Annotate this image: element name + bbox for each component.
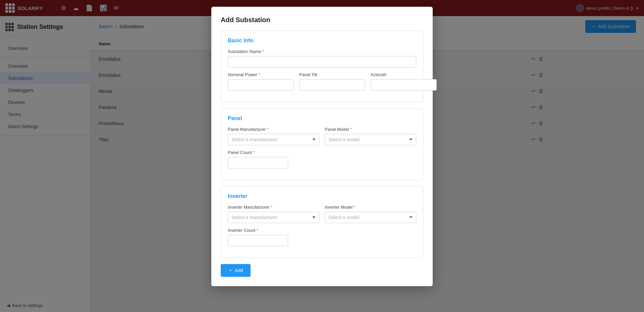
panel-tilt-label: Panel Tilt — [299, 72, 365, 77]
basic-info-section: Basic Info Substation Name * Nominal Pow… — [221, 31, 423, 102]
panel-manufacturer-label: Panel Manufacturer * — [228, 127, 319, 132]
inverter-manufacturer-group: Inverter Manufacturer * Select a manufac… — [228, 205, 319, 223]
panel-section: Panel Panel Manufacturer * Select a manu… — [221, 108, 423, 180]
azimuth-label: Azimuth — [371, 72, 437, 77]
panel-tilt-input[interactable] — [299, 79, 365, 91]
nominal-power-input[interactable] — [228, 79, 294, 91]
nominal-power-label: Nominal Power * — [228, 72, 294, 77]
panel-model-select[interactable]: Select a model — [325, 134, 416, 145]
panel-model-group: Panel Model * Select a model — [325, 127, 416, 145]
panel-manufacturer-row: Panel Manufacturer * Select a manufactur… — [228, 127, 416, 145]
inverter-count-label: Inverter Count * — [228, 228, 288, 233]
inverter-manufacturer-label: Inverter Manufacturer * — [228, 205, 319, 210]
azimuth-group: Azimuth — [371, 72, 437, 91]
inverter-model-group: Inverter Model * Select a model — [325, 205, 416, 223]
substation-name-group: Substation Name * — [228, 49, 416, 67]
nominal-power-group: Nominal Power * — [228, 72, 294, 91]
modal-title: Add Substation — [221, 16, 423, 24]
substation-name-input[interactable] — [228, 56, 416, 67]
panel-manufacturer-select[interactable]: Select a manufacturer — [228, 134, 319, 145]
panel-count-label: Panel Count * — [228, 150, 288, 155]
inverter-model-select[interactable]: Select a model — [325, 212, 416, 223]
nominal-power-required: * — [259, 72, 260, 77]
inverter-manufacturer-row: Inverter Manufacturer * Select a manufac… — [228, 205, 416, 223]
panel-title: Panel — [228, 115, 416, 121]
modal-overlay[interactable]: Add Substation Basic Info Substation Nam… — [0, 0, 644, 312]
substation-name-row: Substation Name * — [228, 49, 416, 67]
panel-model-label: Panel Model * — [325, 127, 416, 132]
panel-count-row: Panel Count * — [228, 150, 416, 168]
inverter-title: Inverter — [228, 193, 416, 199]
inverter-count-row: Inverter Count * — [228, 228, 416, 246]
substation-name-label: Substation Name * — [228, 49, 416, 54]
panel-manufacturer-group: Panel Manufacturer * Select a manufactur… — [228, 127, 319, 145]
inverter-section: Inverter Inverter Manufacturer * Select … — [221, 186, 423, 258]
inverter-model-label: Inverter Model * — [325, 205, 416, 210]
panel-count-group: Panel Count * — [228, 150, 288, 168]
modal-footer: ＋ Add — [221, 264, 423, 277]
substation-name-required: * — [262, 49, 264, 54]
submit-label: Add — [235, 268, 243, 273]
azimuth-input[interactable] — [371, 79, 437, 91]
panel-count-input[interactable] — [228, 157, 288, 168]
inverter-count-group: Inverter Count * — [228, 228, 288, 246]
basic-info-title: Basic Info — [228, 38, 416, 44]
add-substation-modal: Add Substation Basic Info Substation Nam… — [211, 7, 433, 286]
power-row: Nominal Power * Panel Tilt Azimuth — [228, 72, 416, 91]
inverter-manufacturer-select[interactable]: Select a manufacturer — [228, 212, 319, 223]
submit-button[interactable]: ＋ Add — [221, 264, 251, 277]
inverter-count-input[interactable] — [228, 235, 288, 246]
submit-plus-icon: ＋ — [228, 267, 233, 273]
panel-tilt-group: Panel Tilt — [299, 72, 365, 91]
